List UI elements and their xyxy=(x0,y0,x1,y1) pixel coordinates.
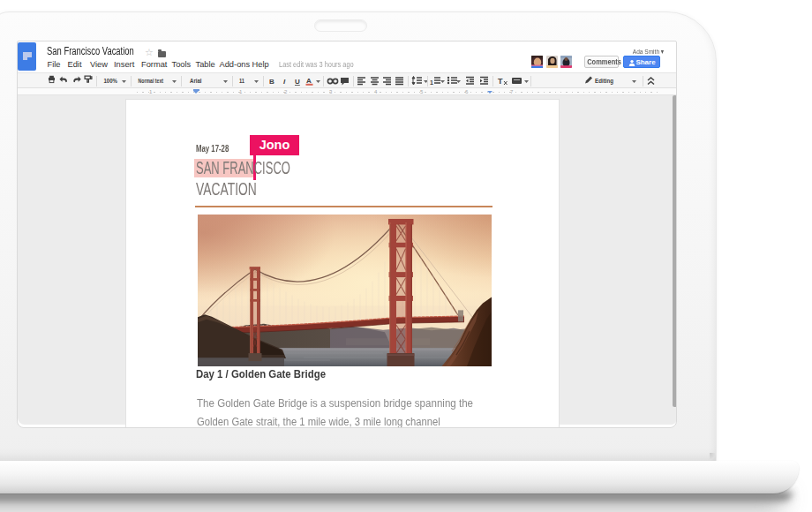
svg-text:B: B xyxy=(269,78,274,86)
svg-text:11: 11 xyxy=(239,77,244,85)
svg-text:Normal text: Normal text xyxy=(139,77,164,85)
svg-text:A: A xyxy=(306,77,312,85)
svg-text:Arial: Arial xyxy=(190,77,202,85)
svg-text:100%: 100% xyxy=(104,77,118,85)
svg-text:T: T xyxy=(498,77,503,86)
svg-text:U: U xyxy=(295,78,300,86)
svg-text:I: I xyxy=(283,78,286,86)
svg-text:Editing: Editing xyxy=(595,77,613,85)
svg-text:1: 1 xyxy=(430,79,433,86)
